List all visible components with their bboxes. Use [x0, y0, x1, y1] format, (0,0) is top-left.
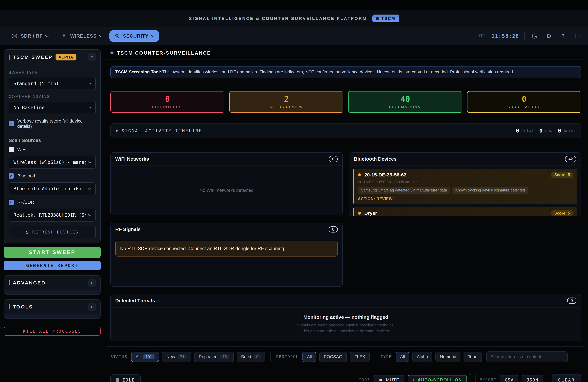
rf-panel-header: RF Signals 0 — [111, 223, 342, 236]
stat-label: INFORMATIONAL — [388, 105, 423, 109]
radio-icon — [11, 33, 18, 39]
nav-item-sdr-rf[interactable]: SDR / RF — [6, 30, 53, 42]
filter-type-numeric[interactable]: Numeric — [436, 352, 461, 362]
wifi-panel-body: No WiFi networks detected — [111, 166, 342, 215]
expand-caret-icon[interactable]: ▶ — [88, 279, 96, 287]
bluetooth-device-card[interactable]: Dryer Score: 5 68:3A:48:A9:8E:A4 -55 dBm… — [353, 207, 577, 216]
mute-button[interactable]: MUTE — [374, 375, 404, 382]
new-label: new — [545, 128, 552, 133]
device-tags: Samsung SmartTag detected via manufactur… — [358, 187, 573, 194]
type-filter-label: TYPE — [380, 355, 392, 359]
device-status-dot-icon — [358, 173, 361, 176]
scan-sources-label: Scan Sources — [9, 138, 96, 143]
app-header: SIGNAL INTELLIGENCE & COUNTER SURVEILLAN… — [0, 10, 588, 27]
stat-label: HIGH INTEREST — [150, 105, 184, 109]
verbose-checkbox[interactable]: ✓ — [9, 121, 14, 126]
nav-item-wireless[interactable]: WIRELESS — [56, 30, 107, 42]
filter-status-new[interactable]: New 71 — [162, 352, 191, 362]
search-input[interactable] — [486, 351, 568, 362]
filter-status-all[interactable]: All 101 — [131, 352, 159, 362]
settings-gear-icon[interactable]: ⚙ — [544, 32, 553, 41]
arrow-down-icon: ↓ — [412, 377, 415, 382]
disclaimer-banner: TSCM Screening Tool: This system identif… — [110, 66, 581, 78]
sweep-type-value: Standard (5 min) — [13, 81, 86, 86]
export-json-button[interactable]: JSON — [522, 375, 543, 382]
filter-protocol-flex[interactable]: FLEX — [350, 352, 370, 362]
tscm-sweep-header: TSCM SWEEP ALPHA ▼ — [4, 50, 100, 65]
left-column: WiFi Networks 0 No WiFi networks detecte… — [110, 152, 343, 287]
tools-header[interactable]: TOOLS ▶ — [4, 300, 100, 314]
chevron-down-icon — [45, 34, 48, 37]
wifi-checkbox[interactable] — [9, 147, 14, 152]
clear-button[interactable]: CLEAR — [552, 375, 581, 382]
generate-report-button[interactable]: GENERATE REPORT — [4, 261, 101, 270]
protocol-filter-label: PROTOCOL — [276, 355, 299, 359]
device-name: 20-15-DE-39-56-63 — [364, 172, 406, 178]
filter-status-repeated[interactable]: Repeated 15 — [194, 352, 233, 362]
wifi-device-value: Wireless (wlp61s0) - managed — [13, 159, 86, 165]
stat-label: NEEDS REVIEW — [270, 105, 303, 109]
filter-status-burst[interactable]: Burst 0 — [237, 352, 265, 362]
stat-value: 0 — [522, 95, 526, 103]
rfsdr-checkbox[interactable]: ✓ — [9, 200, 14, 205]
filter-protocol-pocsag[interactable]: POCSAG — [319, 352, 347, 362]
alpha-badge: ALPHA — [56, 54, 76, 61]
rfsdr-device-select[interactable]: Realtek, RTL2838UHIDIR (SN: 0000 — [9, 209, 96, 221]
sweep-type-select[interactable]: Standard (5 min) — [9, 77, 96, 90]
nav-bar: SDR / RF WIRELESS SECURITY UTC 11:58:28 … — [0, 27, 588, 45]
right-column: Bluetooth Devices 42 20-15-DE-39-56-63 S… — [349, 152, 581, 216]
expand-caret-icon[interactable]: ▶ — [88, 303, 96, 311]
rfsdr-device-value: Realtek, RTL2838UHIDIR (SN: 0000 — [13, 212, 86, 218]
refresh-devices-label: REFRESH DEVICES — [32, 230, 79, 234]
dark-mode-moon-icon[interactable] — [530, 32, 539, 41]
nav-item-security[interactable]: SECURITY — [109, 30, 159, 42]
wifi-device-select[interactable]: Wireless (wlp61s0) - managed — [9, 156, 96, 169]
status-filter-label: STATUS — [110, 355, 127, 359]
filter-type-alpha[interactable]: Alpha — [412, 352, 433, 362]
help-icon[interactable]: ? — [559, 32, 567, 41]
bluetooth-checkbox[interactable]: ✓ — [9, 173, 14, 178]
filter-protocol-all[interactable]: All — [302, 352, 316, 362]
tools-panel: TOOLS ▶ — [4, 299, 101, 319]
filter-type-tone[interactable]: Tone — [463, 352, 482, 362]
start-sweep-button[interactable]: START SWEEP — [4, 247, 101, 258]
threats-sub1: Signals are being analyzed against basel… — [297, 323, 395, 327]
new-count: 0 — [539, 127, 543, 134]
accent-bar — [9, 55, 10, 60]
export-csv-button[interactable]: CSV — [500, 375, 518, 382]
status-dot-icon — [110, 51, 113, 54]
signal-activity-timeline[interactable]: SIGNAL ACTIVITY TIMELINE 0 total 0 new 0… — [110, 123, 581, 138]
compare-label: COMPARE AGAINST — [9, 94, 96, 99]
bluetooth-device-select[interactable]: Bluetooth Adapter (hci0) — [9, 182, 96, 195]
chevron-down-icon — [88, 160, 91, 163]
bluetooth-source-row: ✓ Bluetooth — [9, 173, 96, 178]
logout-icon[interactable] — [573, 32, 582, 41]
filter-label: Tone — [468, 354, 477, 359]
filter-type-all[interactable]: All — [396, 352, 409, 362]
refresh-icon: ↻ — [26, 229, 29, 235]
timeline-counters: 0 total 0 new 0 burst — [516, 127, 576, 134]
refresh-devices-button[interactable]: ↻ REFRESH DEVICES — [9, 226, 96, 238]
idle-status-chip: IDLE — [110, 375, 141, 382]
divider — [524, 32, 525, 40]
stats-row: 0 HIGH INTEREST 2 NEEDS REVIEW 40 INFORM… — [110, 91, 581, 113]
bluetooth-panel-body: 20-15-DE-39-56-63 Score: 5 20:15:DE:39:5… — [349, 166, 581, 216]
device-tag: Samsung SmartTag detected via manufactur… — [358, 187, 450, 194]
collapse-caret-icon[interactable]: ▼ — [88, 53, 96, 61]
auto-scroll-button[interactable]: ↓ AUTO-SCROLL ON — [408, 375, 467, 382]
threats-status-message: Monitoring active — nothing flagged — [303, 314, 388, 320]
burst-label: burst — [564, 128, 576, 133]
rfsdr-source-row: ✓ RF/SDR — [9, 200, 96, 205]
kill-all-processes-button[interactable]: KILL ALL PROCESSES — [4, 327, 101, 336]
wifi-panel-title: WiFi Networks — [115, 156, 149, 162]
verbose-label: Verbose results (store full device detai… — [17, 118, 96, 129]
filter-label: All — [136, 354, 141, 359]
rf-panel-title: RF Signals — [115, 227, 141, 232]
speaker-icon — [378, 378, 383, 382]
filter-label: Numeric — [440, 354, 456, 359]
advanced-header[interactable]: ADVANCED ▶ — [4, 276, 100, 290]
wifi-icon — [61, 34, 67, 39]
filter-label: All — [400, 354, 405, 359]
bluetooth-device-card[interactable]: 20-15-DE-39-56-63 Score: 5 20:15:DE:39:5… — [353, 169, 577, 204]
compare-select[interactable]: No Baseline — [9, 101, 96, 114]
